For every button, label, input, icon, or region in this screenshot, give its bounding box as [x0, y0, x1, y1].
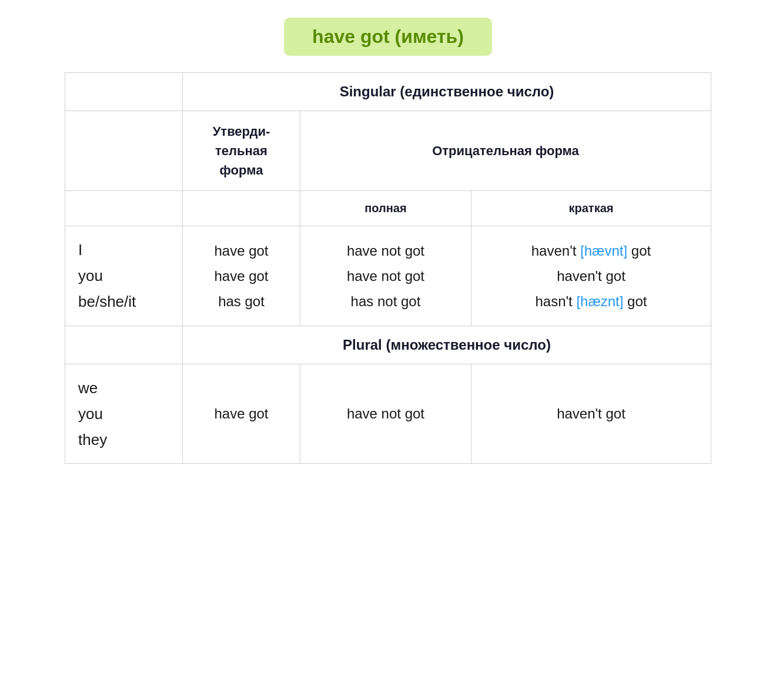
- title-text: have got (иметь): [312, 26, 464, 47]
- plural-pronouns-cell: weyouthey: [65, 364, 183, 464]
- column-headers-row: Утверди-тельнаяформа Отрицательная форма: [65, 111, 711, 191]
- plural-header-row: Plural (множественное число): [65, 326, 711, 364]
- singular-pronouns-cell: Iyoube/she/it: [65, 226, 183, 326]
- short-got-3: got: [623, 293, 647, 309]
- singular-neg-short-cell: haven't [hævnt] got haven't got hasn't […: [471, 226, 711, 326]
- singular-header-cell: Singular (единственное число): [183, 73, 711, 111]
- phonetic-1: [hævnt]: [580, 243, 627, 259]
- plural-affirm-cell: have got: [183, 364, 300, 464]
- empty-cell-affirm-sub: [183, 191, 300, 226]
- full-sub-header: полная: [300, 191, 471, 226]
- singular-forms-row: Iyoube/she/it have gothave gothas got ha…: [65, 226, 711, 326]
- singular-header-row: Singular (единственное число): [65, 73, 711, 111]
- empty-cell-2: [65, 111, 183, 191]
- short-havent-2: haven't got: [557, 268, 626, 284]
- title-badge: have got (иметь): [284, 18, 492, 56]
- plural-forms-row: weyouthey have got have not got haven't …: [65, 364, 711, 464]
- plural-neg-full-cell: have not got: [300, 364, 471, 464]
- empty-cell-3: [65, 191, 183, 226]
- page-container: have got (иметь) Singular (единственное …: [65, 18, 711, 464]
- plural-neg-short-cell: haven't got: [471, 364, 711, 464]
- short-havent-1: haven't: [531, 243, 580, 259]
- sub-headers-row: полная краткая: [65, 191, 711, 226]
- empty-cell-plural: [65, 326, 183, 364]
- phonetic-3: [hæznt]: [576, 293, 623, 309]
- plural-header-cell: Plural (множественное число): [183, 326, 711, 364]
- short-sub-header: краткая: [471, 191, 711, 226]
- affirm-header-cell: Утверди-тельнаяформа: [183, 111, 300, 191]
- short-hasnt-3: hasn't: [535, 293, 576, 309]
- singular-neg-full-cell: have not gothave not gothas not got: [300, 226, 471, 326]
- grammar-table: Singular (единственное число) Утверди-те…: [65, 72, 711, 464]
- short-got-1: got: [627, 243, 651, 259]
- neg-header-cell: Отрицательная форма: [300, 111, 711, 191]
- singular-affirm-cell: have gothave gothas got: [183, 226, 300, 326]
- empty-corner-cell: [65, 73, 183, 111]
